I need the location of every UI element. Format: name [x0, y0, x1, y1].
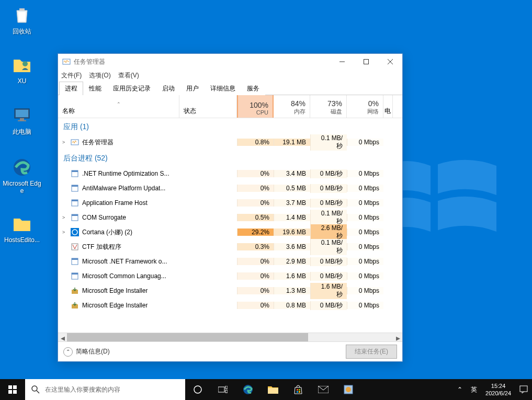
menu-item[interactable]: 查看(V) — [118, 71, 139, 80]
disk-cell: 0 MB/秒 — [310, 272, 347, 281]
mem-cell: 0.8 MB — [274, 302, 310, 309]
desktop-icon-pc[interactable]: 此电脑 — [2, 105, 42, 136]
process-icon — [71, 184, 79, 192]
table-row[interactable]: Microsoft Edge Installer0%1.3 MB1.6 MB/秒… — [58, 283, 402, 298]
svg-rect-45 — [299, 391, 300, 393]
svg-rect-33 — [13, 390, 17, 394]
net-cell: 0 Mbps — [347, 302, 383, 309]
table-row[interactable]: >COM Surrogate0.5%1.4 MB0.1 MB/秒0 Mbps — [58, 210, 402, 225]
search-box[interactable]: 在这里输入你要搜索的内容 — [25, 379, 185, 400]
start-button[interactable] — [0, 379, 25, 400]
fewer-details-button[interactable]: ⌃ 简略信息(D) — [63, 347, 110, 357]
table-row[interactable]: CTF 加载程序0.3%3.6 MB0.1 MB/秒0 Mbps — [58, 239, 402, 254]
table-row[interactable]: >任务管理器0.8%19.1 MB0.1 MB/秒0 Mbps — [58, 135, 402, 150]
taskbar-store[interactable] — [286, 379, 311, 400]
table-row[interactable]: Microsoft Edge Installer0%0.8 MB0 MB/秒0 … — [58, 298, 402, 313]
tab-6[interactable]: 服务 — [241, 82, 265, 95]
desktop-icon-recycle[interactable]: 回收站 — [2, 4, 42, 36]
disk-cell: 0 MB/秒 — [310, 199, 347, 208]
column-cpu[interactable]: 100% CPU — [237, 95, 274, 118]
table-header: ⌃ 名称 状态 100% CPU 84% 内存 73% 磁盘 0% — [58, 95, 402, 118]
menu-item[interactable]: 文件(F) — [61, 71, 82, 80]
tab-0[interactable]: 进程 — [59, 82, 83, 95]
mem-cell: 1.4 MB — [274, 214, 310, 221]
net-cell: 0 Mbps — [347, 228, 383, 236]
desktop-icon-edge[interactable]: Microsoft Edge — [2, 157, 42, 195]
column-name[interactable]: ⌃ 名称 — [58, 95, 179, 118]
tab-2[interactable]: 应用历史记录 — [107, 82, 156, 95]
clock[interactable]: 15:24 2020/6/24 — [481, 379, 515, 400]
svg-rect-16 — [72, 185, 78, 187]
column-network[interactable]: 0% 网络 — [347, 95, 383, 118]
cpu-cell: 0.5% — [237, 214, 274, 221]
taskbar-app[interactable] — [336, 379, 361, 400]
sort-arrow-icon: ⌃ — [62, 101, 175, 107]
column-extra[interactable]: 电 — [383, 95, 393, 118]
tab-4[interactable]: 用户 — [180, 82, 205, 95]
mem-cell: 2.9 MB — [274, 258, 310, 265]
pc-icon — [12, 105, 32, 125]
table-row[interactable]: .NET Runtime Optimization S...0%3.4 MB0 … — [58, 166, 402, 181]
chevron-up-icon: ⌃ — [457, 386, 462, 393]
menu-item[interactable]: 选项(O) — [89, 71, 110, 80]
cpu-cell: 0% — [237, 272, 274, 280]
net-cell: 0 Mbps — [347, 139, 383, 146]
process-icon — [71, 272, 79, 280]
cortana-button[interactable] — [185, 379, 210, 400]
disk-cell: 0 MB/秒 — [310, 184, 347, 193]
net-cell: 0 Mbps — [347, 214, 383, 221]
column-disk[interactable]: 73% 磁盘 — [310, 95, 347, 118]
cpu-cell: 0.8% — [237, 139, 274, 146]
cpu-cell: 0% — [237, 199, 274, 207]
mem-cell: 3.4 MB — [274, 170, 310, 177]
group-header: 应用 (1) — [58, 118, 402, 135]
notifications-button[interactable] — [515, 379, 532, 400]
tray-chevron[interactable]: ⌃ — [453, 379, 467, 400]
desktop-icon-folder-user[interactable]: XU — [2, 54, 42, 85]
expand-icon[interactable]: > — [62, 215, 67, 220]
table-row[interactable]: >Cortana (小娜) (2)29.2%19.6 MB2.6 MB/秒0 M… — [58, 225, 402, 239]
taskbar-mail[interactable] — [311, 379, 336, 400]
table-row[interactable]: Microsoft .NET Framework o...0%2.9 MB0 M… — [58, 254, 402, 269]
titlebar[interactable]: 任务管理器 — [58, 54, 402, 70]
svg-rect-30 — [8, 385, 12, 389]
column-status[interactable]: 状态 — [179, 95, 237, 118]
horizontal-scrollbar[interactable]: ◂ ▸ — [58, 333, 402, 341]
svg-rect-5 — [18, 120, 26, 121]
disk-cell: 0 MB/秒 — [310, 169, 347, 178]
folder-icon — [12, 213, 32, 234]
net-cell: 0 Mbps — [347, 199, 383, 207]
ime-indicator[interactable]: 英 — [467, 379, 481, 400]
svg-rect-37 — [218, 387, 224, 392]
svg-rect-49 — [520, 386, 527, 392]
table-row[interactable]: AntiMalware Platform Updat...0%0.5 MB0 M… — [58, 181, 402, 196]
process-icon — [71, 228, 79, 236]
cpu-cell: 0.3% — [237, 243, 274, 250]
system-tray: ⌃ 英 15:24 2020/6/24 — [453, 379, 532, 400]
end-task-button[interactable]: 结束任务(E) — [346, 345, 397, 359]
expand-icon[interactable]: > — [62, 140, 67, 145]
table-row[interactable]: Microsoft Common Languag...0%1.6 MB0 MB/… — [58, 269, 402, 283]
table-row[interactable]: Application Frame Host0%3.7 MB0 MB/秒0 Mb… — [58, 196, 402, 210]
recycle-icon — [12, 4, 32, 25]
tab-1[interactable]: 性能 — [83, 82, 107, 95]
close-button[interactable] — [378, 54, 402, 70]
column-memory[interactable]: 84% 内存 — [274, 95, 310, 118]
expand-icon[interactable]: > — [62, 230, 67, 235]
maximize-button[interactable] — [354, 54, 378, 70]
desktop-icon-folder[interactable]: HostsEdito... — [2, 213, 42, 244]
minimize-button[interactable] — [330, 54, 354, 70]
cpu-cell: 0% — [237, 258, 274, 265]
svg-point-36 — [194, 386, 201, 393]
cpu-cell: 29.2% — [237, 228, 274, 236]
tabbar: 进程性能应用历史记录启动用户详细信息服务 — [58, 81, 402, 95]
task-view-button[interactable] — [210, 379, 235, 400]
svg-rect-3 — [16, 110, 28, 117]
taskbar-edge[interactable] — [235, 379, 261, 400]
cortana-icon — [193, 385, 202, 394]
taskbar-explorer[interactable] — [261, 379, 286, 400]
tab-3[interactable]: 启动 — [156, 82, 180, 95]
svg-point-1 — [22, 61, 28, 66]
tab-5[interactable]: 详细信息 — [205, 82, 241, 95]
svg-rect-44 — [297, 391, 298, 393]
